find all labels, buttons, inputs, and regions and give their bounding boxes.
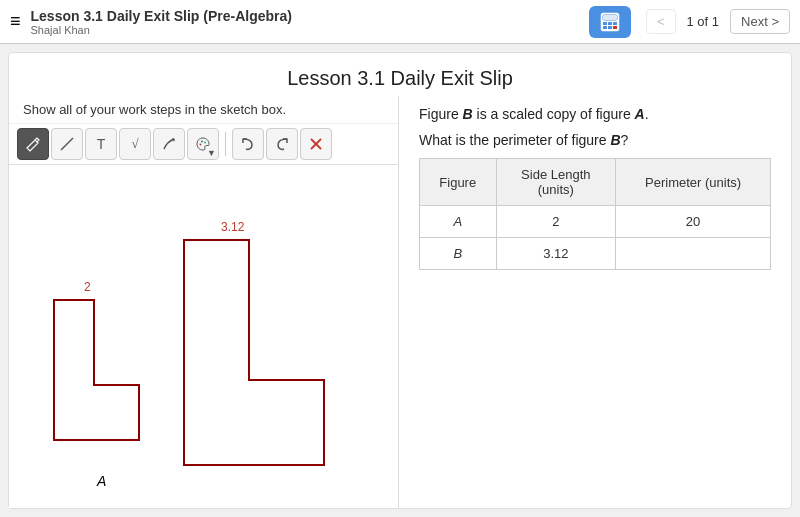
svg-rect-5	[613, 22, 617, 25]
cell-side-b: 3.12	[496, 238, 616, 270]
svg-rect-3	[603, 22, 607, 25]
prev-button[interactable]: <	[646, 9, 676, 34]
svg-rect-2	[603, 15, 617, 20]
sketch-instruction: Show all of your work steps in the sketc…	[9, 96, 398, 123]
nav-controls: < 1 of 1 Next >	[646, 9, 790, 34]
toolbar-separator	[225, 132, 226, 156]
col-side-length: Side Length(units)	[496, 159, 616, 206]
page-title: Lesson 3.1 Daily Exit Slip	[9, 53, 791, 96]
svg-rect-6	[603, 26, 607, 29]
cell-figure-b: B	[420, 238, 497, 270]
line-tool[interactable]	[51, 128, 83, 160]
title-area: Lesson 3.1 Daily Exit Slip (Pre-Algebra)…	[31, 8, 589, 36]
figure-a-label: A	[97, 473, 106, 489]
main-title: Lesson 3.1 Daily Exit Slip (Pre-Algebra)	[31, 8, 589, 24]
pen-tool[interactable]	[153, 128, 185, 160]
cell-side-a: 2	[496, 206, 616, 238]
main-split: Show all of your work steps in the sketc…	[9, 96, 791, 508]
calculator-button[interactable]	[589, 6, 631, 38]
svg-rect-4	[608, 22, 612, 25]
svg-point-11	[200, 144, 202, 146]
pencil-tool[interactable]	[17, 128, 49, 160]
svg-marker-16	[54, 300, 139, 440]
problem-text2: What is the perimeter of figure B?	[419, 132, 771, 148]
table-row: A 2 20	[420, 206, 771, 238]
text-tool[interactable]: T	[85, 128, 117, 160]
undo-tool[interactable]	[232, 128, 264, 160]
sketch-toolbar: T √ ▼	[9, 123, 398, 165]
svg-point-13	[204, 142, 206, 144]
page-info: 1 of 1	[682, 14, 725, 29]
figure-b-svg	[179, 235, 369, 508]
cell-perimeter-b[interactable]	[616, 238, 771, 270]
svg-rect-7	[608, 26, 612, 29]
redo-tool[interactable]	[266, 128, 298, 160]
col-figure: Figure	[420, 159, 497, 206]
clear-tool[interactable]	[300, 128, 332, 160]
dim-b-label: 3.12	[221, 220, 244, 234]
svg-line-9	[61, 138, 73, 150]
problem-text1: Figure B is a scaled copy of figure A.	[419, 106, 771, 122]
content-area: Lesson 3.1 Daily Exit Slip Show all of y…	[8, 52, 792, 509]
menu-icon[interactable]: ≡	[10, 11, 21, 32]
cell-perimeter-a: 20	[616, 206, 771, 238]
col-perimeter: Perimeter (units)	[616, 159, 771, 206]
sub-title: Shajal Khan	[31, 24, 589, 36]
svg-point-12	[201, 141, 203, 143]
dim-a-label: 2	[84, 280, 91, 294]
next-button[interactable]: Next >	[730, 9, 790, 34]
right-panel: Figure B is a scaled copy of figure A. W…	[399, 96, 791, 508]
sqrt-tool[interactable]: √	[119, 128, 151, 160]
left-panel: Show all of your work steps in the sketc…	[9, 96, 399, 508]
top-bar: ≡ Lesson 3.1 Daily Exit Slip (Pre-Algebr…	[0, 0, 800, 44]
data-table: Figure Side Length(units) Perimeter (uni…	[419, 158, 771, 270]
color-selector[interactable]: ▼	[187, 128, 219, 160]
table-row: B 3.12	[420, 238, 771, 270]
sketch-area[interactable]: 2 A 3.12 B	[9, 165, 398, 508]
cell-figure-a: A	[420, 206, 497, 238]
svg-marker-17	[184, 240, 324, 465]
figure-a-svg	[49, 295, 169, 475]
svg-rect-8	[613, 26, 617, 29]
